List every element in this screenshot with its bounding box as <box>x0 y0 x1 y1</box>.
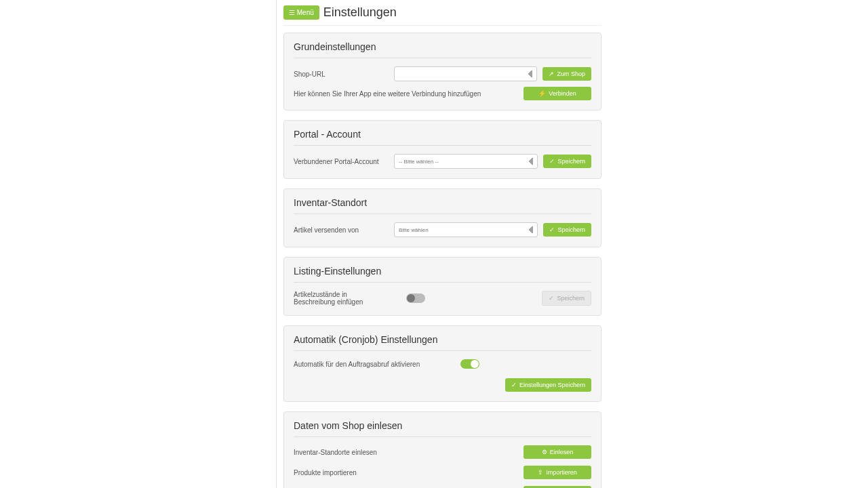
checkmark-icon: ✓ <box>511 382 517 388</box>
panel-title: Grundeinstellungen <box>294 41 591 58</box>
portal-account-label: Verbundener Portal-Account <box>294 158 389 165</box>
automatic-label: Automatik für den Auftragsabruf aktivier… <box>294 361 436 368</box>
import-locations-button[interactable]: ⚙ Einlesen <box>524 445 591 459</box>
panel-inventory: Inventar-Standort Artikel versenden von … <box>283 188 601 247</box>
to-shop-label: Zum Shop <box>557 70 585 77</box>
panel-title: Inventar-Standort <box>294 197 591 214</box>
inventory-label: Artikel versenden von <box>294 226 389 234</box>
import-row-label: Produkte importieren <box>294 469 357 476</box>
shop-url-label: Shop-URL <box>294 70 389 78</box>
panel-basic: Grundeinstellungen Shop-URL ↗ Zum Shop H… <box>283 33 601 110</box>
panel-title: Daten vom Shop einlesen <box>294 420 591 437</box>
connect-button[interactable]: ⚡ Verbinden <box>524 87 591 100</box>
external-link-icon: ↗ <box>549 71 554 77</box>
shop-url-select[interactable] <box>394 66 537 81</box>
listing-toggle-label: Artikelzustände in Beschreibung einfügen <box>294 291 382 306</box>
checkmark-icon: ✓ <box>549 296 554 302</box>
portal-save-button[interactable]: ✓ Speichern <box>543 155 591 168</box>
portal-save-label: Speichern <box>557 158 585 165</box>
checkmark-icon: ✓ <box>549 227 555 233</box>
to-shop-button[interactable]: ↗ Zum Shop <box>542 67 591 81</box>
menu-button[interactable]: ☰ Menü <box>283 5 319 20</box>
listing-toggle[interactable] <box>406 293 425 303</box>
automatic-toggle[interactable] <box>460 359 479 369</box>
portal-account-placeholder: -- Bitte wählen -- <box>399 159 439 165</box>
checkmark-icon: ✓ <box>549 159 555 165</box>
listing-save-label: Speichern <box>557 295 585 302</box>
inventory-save-label: Speichern <box>557 226 585 233</box>
import-row-label: Inventar-Standorte einlesen <box>294 449 377 456</box>
panel-title: Listing-Einstellungen <box>294 266 591 283</box>
gears-icon: ⚙ <box>542 449 547 455</box>
import-products-label: Importieren <box>546 469 577 476</box>
plug-icon: ⚡ <box>538 91 546 97</box>
inventory-select[interactable]: Bitte wählen <box>394 222 538 237</box>
panel-portal: Portal - Account Verbundener Portal-Acco… <box>283 120 601 179</box>
connect-hint: Hier können Sie Ihrer App eine weitere V… <box>294 90 518 98</box>
portal-account-select[interactable]: -- Bitte wählen -- <box>394 154 538 169</box>
listing-save-button: ✓ Speichern <box>542 291 591 306</box>
panel-title: Portal - Account <box>294 129 591 146</box>
panel-listing: Listing-Einstellungen Artikelzustände in… <box>283 257 601 316</box>
upload-icon: ⇧ <box>538 470 543 476</box>
connect-label: Verbinden <box>549 90 576 97</box>
inventory-placeholder: Bitte wählen <box>399 227 429 233</box>
automatic-save-button[interactable]: ✓ Einstellungen Speichern <box>505 378 591 392</box>
panel-import: Daten vom Shop einlesen Inventar-Standor… <box>283 411 601 488</box>
page-title: Einstellungen <box>323 5 397 20</box>
inventory-save-button[interactable]: ✓ Speichern <box>543 223 591 237</box>
import-locations-label: Einlesen <box>550 449 574 455</box>
panel-automatic: Automatik (Cronjob) Einstellungen Automa… <box>283 325 601 402</box>
automatic-save-label: Einstellungen Speichern <box>519 382 585 388</box>
import-products-button[interactable]: ⇧ Importieren <box>524 466 591 479</box>
panel-title: Automatik (Cronjob) Einstellungen <box>294 334 591 351</box>
